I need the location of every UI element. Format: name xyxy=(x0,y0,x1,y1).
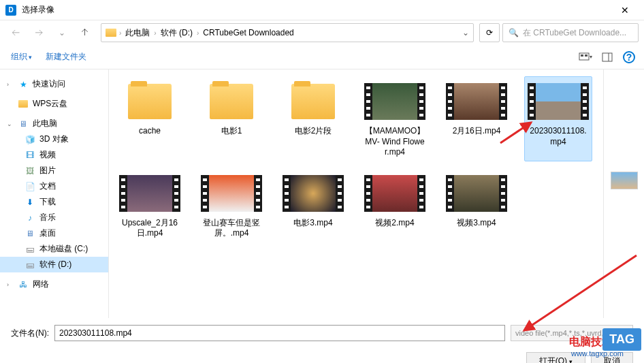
disk-icon: 🖴 xyxy=(25,244,35,255)
filename-row: 文件名(N): video file(*.mp4,*.ts,*.uvrd,*..… xyxy=(0,318,644,348)
up-button[interactable]: 🡡 xyxy=(75,23,95,42)
file-name: 视频3.mp4 xyxy=(446,218,507,229)
file-item[interactable]: cache xyxy=(116,76,184,161)
sidebar-pictures[interactable]: 🖼图片 xyxy=(0,163,108,178)
preview-thumbnail xyxy=(611,172,638,189)
video-thumbnail xyxy=(364,172,425,215)
file-name: 2月16日.mp4 xyxy=(446,126,507,137)
file-name: 电影2片段 xyxy=(283,126,344,137)
sidebar-quick-access[interactable]: ›★快速访问 xyxy=(0,76,108,92)
dialog-buttons: 打开(O)▾ 取消 xyxy=(0,348,644,363)
file-item[interactable]: 视频3.mp4 xyxy=(442,168,511,242)
toolbar: 组织▾ 新建文件夹 ▾ ? xyxy=(0,45,644,69)
breadcrumb-folder[interactable]: CRTubeGet Downloaded xyxy=(202,28,295,37)
chevron-right-icon: › xyxy=(7,281,14,288)
chevron-right-icon: › xyxy=(154,29,156,37)
breadcrumb-pc[interactable]: 此电脑 xyxy=(124,27,151,39)
chevron-down-icon: ▾ xyxy=(569,358,573,364)
wps-icon xyxy=(18,99,29,110)
chevron-down-icon: ▾ xyxy=(29,54,32,61)
file-item[interactable]: 视频2.mp4 xyxy=(361,168,429,242)
folder-icon xyxy=(119,80,180,123)
view-thumbnails-button[interactable]: ▾ xyxy=(576,49,595,65)
file-item[interactable]: 2月16日.mp4 xyxy=(442,76,511,161)
filename-label: 文件名(N): xyxy=(11,328,49,339)
sidebar-music[interactable]: ♪音乐 xyxy=(0,210,108,225)
sidebar-videos[interactable]: 🎞视频 xyxy=(0,147,108,163)
new-folder-button[interactable]: 新建文件夹 xyxy=(40,48,92,65)
folder-icon xyxy=(106,29,116,37)
file-item[interactable]: 202303011108.mp4 xyxy=(524,76,592,161)
preview-pane-button[interactable] xyxy=(598,49,617,65)
search-placeholder: 在 CRTubeGet Downloade... xyxy=(523,27,626,39)
search-input[interactable]: 🔍 在 CRTubeGet Downloade... xyxy=(502,23,639,42)
download-icon: ⬇ xyxy=(25,197,35,208)
window-title: 选择录像 xyxy=(22,4,611,16)
sidebar-disk-c[interactable]: 🖴本地磁盘 (C:) xyxy=(0,241,108,257)
video-thumbnail xyxy=(119,172,180,215)
file-name: 登山赛车但是竖屏。.mp4 xyxy=(201,218,262,239)
star-icon: ★ xyxy=(18,79,29,90)
music-icon: ♪ xyxy=(25,212,35,223)
file-item[interactable]: Upscale_2月16日.mp4 xyxy=(116,168,184,242)
file-item[interactable]: 电影2片段 xyxy=(279,76,347,161)
sidebar-documents[interactable]: 📄文档 xyxy=(0,178,108,194)
sidebar-disk-d[interactable]: 🖴软件 (D:) xyxy=(0,257,108,272)
sidebar-3d-objects[interactable]: 🧊3D 对象 xyxy=(0,131,108,147)
main-area: ›★快速访问 WPS云盘 ⌄🖥此电脑 🧊3D 对象 🎞视频 🖼图片 📄文档 ⬇下… xyxy=(0,69,644,318)
file-item[interactable]: 电影3.mp4 xyxy=(279,168,347,242)
file-name: 电影1 xyxy=(201,126,262,137)
address-bar[interactable]: › 此电脑 › 软件 (D:) › CRTubeGet Downloaded ⌄ xyxy=(101,23,474,42)
image-icon: 🖼 xyxy=(25,165,35,176)
help-icon: ? xyxy=(623,51,635,63)
forward-button[interactable]: 🡢 xyxy=(29,23,49,42)
search-icon: 🔍 xyxy=(509,28,519,37)
sidebar-downloads[interactable]: ⬇下载 xyxy=(0,194,108,210)
organize-menu[interactable]: 组织▾ xyxy=(5,48,37,65)
sidebar: ›★快速访问 WPS云盘 ⌄🖥此电脑 🧊3D 对象 🎞视频 🖼图片 📄文档 ⬇下… xyxy=(0,69,109,318)
refresh-button[interactable]: ⟳ xyxy=(479,23,500,42)
filename-input[interactable] xyxy=(54,325,505,341)
video-thumbnail xyxy=(446,80,507,123)
pc-icon: 🖥 xyxy=(18,119,29,129)
video-icon: 🎞 xyxy=(25,150,35,161)
svg-rect-1 xyxy=(581,54,583,57)
chevron-down-icon: ▾ xyxy=(590,54,592,60)
file-name: 202303011108.mp4 xyxy=(528,126,589,147)
file-item[interactable]: 【MAMAMOO】MV- Wind Flower.mp4 xyxy=(361,76,429,161)
disk-icon: 🖴 xyxy=(25,259,35,270)
title-bar: D 选择录像 ✕ xyxy=(0,0,644,20)
back-button[interactable]: 🡠 xyxy=(5,23,26,42)
document-icon: 📄 xyxy=(25,181,35,192)
video-thumbnail xyxy=(201,172,262,215)
file-name: 【MAMAMOO】MV- Wind Flower.mp4 xyxy=(364,126,425,158)
sidebar-desktop[interactable]: 🖥桌面 xyxy=(0,225,108,241)
sidebar-network[interactable]: ›🖧网络 xyxy=(0,277,108,292)
video-thumbnail xyxy=(283,172,344,215)
cube-icon: 🧊 xyxy=(25,134,35,145)
breadcrumb-drive[interactable]: 软件 (D:) xyxy=(159,27,194,39)
recent-dropdown[interactable]: ⌄ xyxy=(52,23,72,42)
sidebar-wps[interactable]: WPS云盘 xyxy=(0,96,108,112)
video-thumbnail xyxy=(446,172,507,215)
svg-rect-2 xyxy=(585,54,587,57)
address-dropdown[interactable]: ⌄ xyxy=(462,28,469,37)
file-item[interactable]: 登山赛车但是竖屏。.mp4 xyxy=(197,168,265,242)
close-button[interactable]: ✕ xyxy=(611,0,639,20)
file-name: 视频2.mp4 xyxy=(364,218,425,229)
help-button[interactable]: ? xyxy=(619,49,639,65)
chevron-down-icon: ⌄ xyxy=(7,121,14,127)
svg-rect-3 xyxy=(602,53,612,61)
chevron-right-icon: › xyxy=(7,81,14,88)
chevron-right-icon: › xyxy=(119,29,121,37)
folder-icon xyxy=(201,80,262,123)
sidebar-this-pc[interactable]: ⌄🖥此电脑 xyxy=(0,116,108,131)
file-list[interactable]: cache电影1电影2片段【MAMAMOO】MV- Wind Flower.mp… xyxy=(109,69,603,318)
preview-pane xyxy=(603,69,644,318)
network-icon: 🖧 xyxy=(18,279,29,290)
file-name: cache xyxy=(119,126,180,137)
desktop-icon: 🖥 xyxy=(25,228,35,239)
video-thumbnail xyxy=(364,80,425,123)
tag-badge: TAG xyxy=(602,328,641,351)
file-item[interactable]: 电影1 xyxy=(197,76,265,161)
